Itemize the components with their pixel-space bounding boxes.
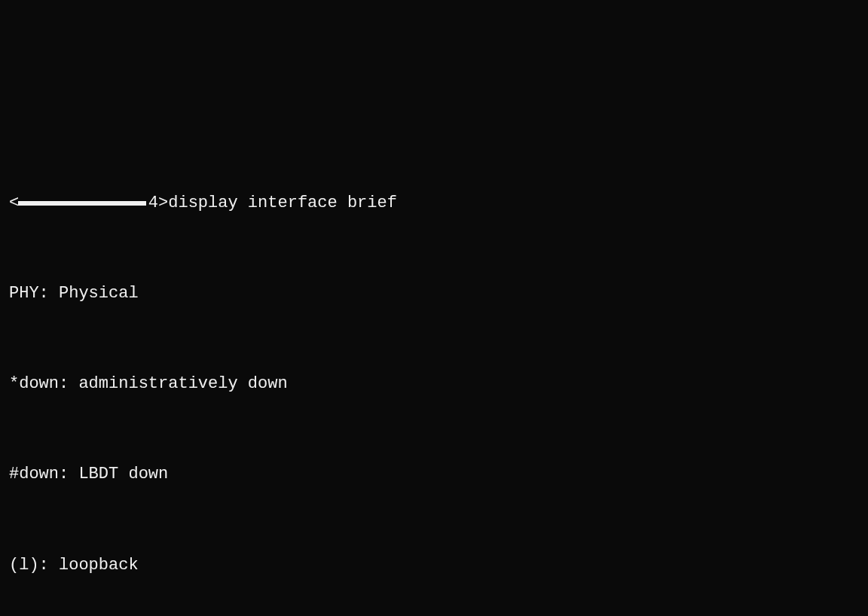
hostname-redaction <box>18 201 146 206</box>
command-text: display interface brief <box>168 188 397 218</box>
hostname-prompt: < 4> <box>9 188 168 218</box>
legend-line: *down: administratively down <box>9 369 859 399</box>
legend-line: #down: LBDT down <box>9 459 859 489</box>
terminal-output: < 4>display interface brief PHY: Physica… <box>9 128 859 616</box>
legend-line: (l): loopback <box>9 550 859 581</box>
bracket-close: > <box>158 194 168 212</box>
prompt-line: < 4>display interface brief <box>9 188 859 218</box>
legend-line: PHY: Physical <box>9 279 859 309</box>
